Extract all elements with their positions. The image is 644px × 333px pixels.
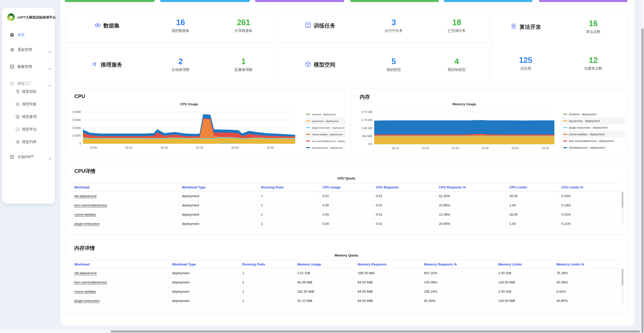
top-clipped-card-blue-2 — [444, 0, 532, 2]
dataset-icon — [95, 22, 101, 30]
table-row: test-usermodelservicedeployment164.06 Mi… — [72, 278, 621, 287]
column-header[interactable]: CPU Limits % — [559, 183, 621, 191]
workload-link[interactable]: test-usermodelservice — [72, 278, 169, 287]
sidebar-item-model-inference[interactable]: 模型推理 — [2, 111, 55, 122]
column-header[interactable]: Memory Limits % — [554, 260, 621, 268]
stat-value: 125 — [519, 56, 532, 64]
stat-value: 3 — [362, 18, 425, 26]
column-header[interactable]: CPU Requests — [373, 183, 437, 191]
table-row: plugin-instructiondeployment152.22 MiB64… — [72, 296, 621, 306]
table-cell: 40.80% — [554, 296, 621, 305]
column-header[interactable]: Workload Type — [169, 260, 240, 268]
legend-swatch-icon — [563, 120, 567, 121]
svg-text:0: 0 — [79, 142, 81, 145]
legend-item[interactable]: frontend - deployment — [561, 111, 625, 118]
sidebar-item-model-evaluation[interactable]: 模型评估 — [2, 124, 55, 135]
column-header[interactable]: Running Pods — [240, 260, 295, 268]
table-cell: 0.00 — [320, 210, 373, 219]
workload-link[interactable]: plugin-instruction — [72, 219, 179, 228]
workload-link[interactable]: test-usermodelservice — [72, 201, 179, 210]
table-cell: 0.01% — [559, 210, 621, 219]
legend-item[interactable]: plugin-instruction - deployment — [561, 124, 625, 131]
table-cell: 0.01 — [373, 192, 437, 201]
table-cell: 75.29% — [554, 269, 621, 278]
legend-item[interactable]: log-service - deployment — [304, 118, 345, 124]
sidebar-item-home[interactable]: 首页 — [2, 30, 55, 40]
legend-swatch-icon — [306, 140, 310, 141]
table-cell: 1.00 — [507, 201, 559, 210]
training-card-title: 训练任务 — [278, 22, 362, 30]
sidebar-item-system-management[interactable]: 系统管理 — [2, 44, 55, 55]
workload-link[interactable]: rclone-webdav — [72, 210, 179, 219]
stat-value: 16 — [149, 18, 212, 26]
stat-label: 已完成任务 — [425, 28, 488, 33]
column-header[interactable]: CPU Limits — [507, 183, 559, 191]
column-header[interactable]: Memory Limits — [496, 260, 554, 268]
model-inference-icon — [15, 115, 20, 119]
memory-quota-table: WorkloadWorkload TypeRunning PodsMemory … — [72, 260, 621, 306]
memory-detail-section: 内存详情 Memory Quota WorkloadWorkload TypeR… — [65, 239, 627, 316]
workload-link[interactable]: xltl-dataservice — [72, 192, 179, 201]
table-cell: 1 — [258, 192, 320, 201]
model-convert-icon — [15, 102, 20, 107]
workload-link[interactable]: plugin-instruction — [72, 296, 169, 305]
stat-value: 12 — [584, 56, 602, 64]
table-cell: deployment — [179, 219, 259, 228]
sidebar-item-data-management[interactable]: 数据管理 — [2, 61, 55, 72]
stat-label: 共享数据集 — [212, 28, 275, 33]
table-header-row: WorkloadWorkload TypeRunning PodsMemory … — [72, 260, 621, 269]
column-header[interactable]: CPU Requests % — [436, 183, 506, 191]
stat-metric: 16 我的数据集 — [149, 18, 212, 33]
table-cell: 182.50 MiB — [295, 287, 355, 296]
vertical-scrollbar-thumb[interactable] — [641, 28, 643, 333]
sidebar-item-model-list[interactable]: 模型列表 — [2, 137, 55, 147]
column-header[interactable]: Memory Usage — [295, 260, 355, 268]
sidebar-item-label: 云创cGPT — [17, 155, 34, 159]
workload-link[interactable]: rclone-webdav — [72, 287, 169, 296]
algorithm-card-title: 算法开发 — [510, 23, 541, 31]
legend-item[interactable]: xltl-dataservice - deployment — [304, 144, 345, 149]
column-header[interactable]: Running Pods — [258, 183, 320, 191]
model-factory-icon — [10, 81, 14, 86]
table-cell: 2.00 GiB — [496, 287, 554, 296]
stat-value: 261 — [212, 18, 275, 26]
stat-label: 我的数据集 — [149, 28, 212, 33]
table-cell: 64.06 MiB — [295, 278, 355, 287]
legend-item[interactable]: frontend - deployment — [304, 111, 345, 118]
table-cell: 64.00 MiB — [355, 287, 421, 296]
table-scrollbar-thumb[interactable] — [622, 269, 623, 286]
legend-item[interactable]: log-service - deployment — [561, 118, 625, 124]
table-scrollbar[interactable] — [622, 191, 623, 225]
memory-chart-legend: frontend - deploymentlog-service - deplo… — [561, 111, 625, 150]
dataset-stat-card: 数据集 16 我的数据集 261 共享数据集 — [65, 8, 275, 43]
workload-link[interactable]: xltl-dataservice — [72, 269, 169, 278]
table-scrollbar-thumb[interactable] — [622, 192, 623, 208]
svg-text:02:40: 02:40 — [231, 146, 239, 149]
table-cell: 256.00 MiB — [355, 269, 421, 278]
legend-item[interactable]: xltl-dataservice - deployment — [561, 144, 625, 150]
table-cell: deployment — [179, 210, 259, 219]
sidebar-item-model-training[interactable]: 模型训练 — [2, 86, 55, 97]
chevron-down-icon — [48, 66, 51, 71]
table-cell: deployment — [179, 192, 259, 201]
sidebar-item-label: 模型转换 — [22, 102, 37, 107]
stat-label: 算法总数 — [586, 30, 601, 34]
column-header[interactable]: Workload Type — [179, 183, 259, 191]
column-header[interactable]: Workload — [72, 260, 169, 268]
table-scrollbar[interactable] — [622, 268, 623, 304]
memory-detail-title: 内存详情 — [74, 245, 95, 252]
training-task-icon — [305, 22, 311, 30]
legend-item[interactable]: rclone-webdav - deployment — [304, 131, 345, 138]
column-header[interactable]: Memory Requests % — [422, 260, 496, 268]
legend-item[interactable]: plugin-instruction - deployment — [304, 124, 345, 131]
column-header[interactable]: Workload — [72, 183, 179, 191]
column-header[interactable]: CPU Usage — [320, 183, 373, 191]
column-header[interactable]: Memory Requests — [355, 260, 421, 268]
horizontal-scrollbar-thumb[interactable] — [111, 330, 640, 332]
sidebar-item-model-conversion[interactable]: 模型转换 — [2, 99, 55, 110]
legend-item[interactable]: test-usermodelservice - deployment — [561, 138, 625, 144]
svg-text:02:50: 02:50 — [512, 147, 519, 150]
sidebar-item-cloud-cgpt[interactable]: 云创cGPT — [2, 151, 55, 162]
legend-item[interactable]: test-usermodelservice - deployment — [304, 138, 345, 144]
legend-item[interactable]: rclone-webdav - deployment — [561, 131, 625, 138]
